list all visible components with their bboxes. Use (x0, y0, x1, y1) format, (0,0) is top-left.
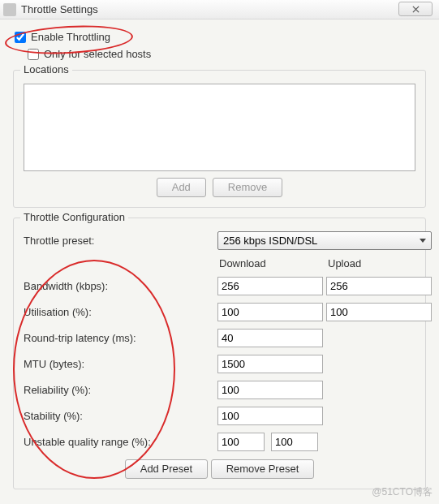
mtu-label: MTU (bytes): (24, 358, 214, 370)
preset-label: Throttle preset: (24, 235, 214, 247)
rtt-label: Round-trip latency (ms): (24, 332, 214, 344)
close-button[interactable] (398, 2, 433, 16)
watermark: @51CTO博客 (372, 485, 433, 499)
enable-throttling-row: Enable Throttling (15, 31, 426, 43)
utilisation-label: Utilisation (%): (24, 306, 214, 318)
unstable-range-label: Unstable quality range (%): (24, 436, 214, 448)
bandwidth-label: Bandwidth (kbps): (24, 280, 214, 292)
mtu-input[interactable] (217, 355, 323, 373)
preset-select[interactable]: 256 kbps ISDN/DSL (217, 231, 432, 250)
stability-input[interactable] (217, 407, 323, 425)
reliability-input[interactable] (217, 381, 323, 399)
add-location-button[interactable]: Add (157, 178, 206, 197)
remove-location-button[interactable]: Remove (213, 178, 282, 197)
reliability-label: Reliability (%): (24, 384, 214, 396)
only-hosts-label[interactable]: Only for selected hosts (44, 48, 151, 60)
stability-label: Stability (%): (24, 410, 214, 422)
enable-throttling-checkbox[interactable] (15, 32, 26, 43)
chevron-down-icon (420, 239, 426, 243)
bandwidth-upload-input[interactable] (326, 277, 432, 295)
unstable-min-input[interactable] (217, 433, 265, 451)
dialog-body: Enable Throttling Only for selected host… (0, 19, 439, 498)
add-preset-button[interactable]: Add Preset (125, 459, 208, 479)
preset-select-value: 256 kbps ISDN/DSL (223, 235, 317, 247)
config-grid: Throttle preset: 256 kbps ISDN/DSL Downl… (24, 231, 415, 451)
bandwidth-download-input[interactable] (217, 277, 323, 295)
locations-buttons: Add Remove (24, 178, 415, 197)
titlebar: Throttle Settings (0, 0, 439, 19)
remove-preset-button[interactable]: Remove Preset (211, 459, 315, 479)
window-title: Throttle Settings (21, 3, 98, 15)
utilisation-upload-input[interactable] (326, 303, 432, 321)
locations-group-title: Locations (20, 63, 72, 75)
unstable-max-input[interactable] (271, 433, 318, 451)
only-hosts-checkbox[interactable] (28, 49, 39, 60)
locations-list[interactable] (24, 84, 415, 171)
column-header-upload: Upload (326, 257, 432, 269)
close-icon (412, 6, 420, 13)
preset-buttons: Add Preset Remove Preset (24, 459, 415, 479)
throttle-config-group: Throttle Configuration Throttle preset: … (13, 218, 426, 489)
enable-throttling-label[interactable]: Enable Throttling (31, 31, 110, 43)
utilisation-download-input[interactable] (217, 303, 323, 321)
locations-group: Locations Add Remove (13, 70, 426, 208)
app-icon (3, 3, 16, 16)
column-header-download: Download (217, 257, 323, 269)
only-hosts-row: Only for selected hosts (28, 48, 426, 60)
throttle-config-title: Throttle Configuration (20, 211, 128, 223)
rtt-input[interactable] (217, 329, 323, 347)
